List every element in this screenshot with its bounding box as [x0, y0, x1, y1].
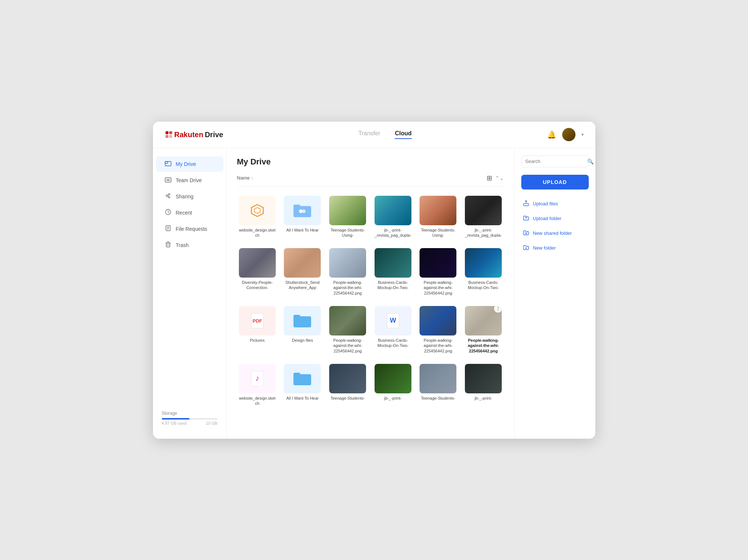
logo-rakuten-text: Rakuten: [174, 131, 203, 139]
svg-line-12: [168, 195, 168, 195]
file-item-f11[interactable]: People-walking-against-the-whi-225456442…: [418, 245, 459, 299]
file-name-f15: People-walking-against-the-whi-225456442…: [329, 338, 366, 354]
avatar[interactable]: [562, 128, 575, 141]
svg-marker-24: [251, 205, 263, 216]
svg-text:PDF: PDF: [253, 318, 262, 324]
sidebar-item-file-requests[interactable]: File Requests: [156, 221, 223, 237]
file-name-f6: jb-_-print-_revista_pag_dupla-: [465, 227, 502, 238]
file-name-f11: People-walking-against-the-whi-225456442…: [420, 280, 456, 296]
file-thumb-f15: [329, 306, 366, 335]
file-name-f21: Teenage-Students-: [331, 396, 365, 401]
file-item-f17[interactable]: People-walking-against-the-whi-225456442…: [418, 303, 459, 356]
sidebar-item-my-drive[interactable]: My Drive: [156, 156, 223, 172]
svg-line-13: [168, 196, 168, 196]
new-folder-icon: [523, 244, 529, 252]
upload-folder-option[interactable]: Upload folder: [521, 212, 589, 226]
new-folder-option[interactable]: New folder: [521, 241, 589, 255]
logo: Rakuten Drive: [165, 131, 223, 139]
file-item-f12[interactable]: Business-Cards-Mockup-On-Two-: [463, 245, 504, 299]
file-item-f6[interactable]: jb-_-print-_revista_pag_dupla-: [463, 193, 504, 241]
file-thumb-f22: [375, 364, 411, 393]
svg-point-10: [168, 194, 170, 195]
file-item-f23[interactable]: Teenage-Students-: [418, 361, 459, 409]
storage-label: Storage: [162, 411, 218, 416]
file-thumb-f4: [375, 196, 411, 225]
file-name-f5: Teenage-Students-Using-: [420, 227, 456, 238]
search-bar[interactable]: 🔍: [521, 156, 589, 167]
sidebar-item-trash[interactable]: Trash: [156, 237, 223, 253]
tab-cloud[interactable]: Cloud: [395, 130, 411, 139]
file-item-f20[interactable]: All I Want To Hear: [282, 361, 323, 409]
sort-arrow-icon: ↑: [251, 176, 253, 180]
right-panel: 🔍 UPLOAD Upload files Upload folder New: [514, 148, 595, 439]
file-name-f10: Business-Cards-Mockup-On-Two-: [375, 280, 411, 291]
file-item-f8[interactable]: Shutterstock_Send Anywhere_App: [282, 245, 323, 299]
file-name-f23: Teenage-Students-: [421, 396, 455, 401]
svg-rect-1: [169, 131, 172, 134]
storage-total: 10 GB: [206, 421, 217, 425]
file-item-f16[interactable]: W Business-Cards-Mockup-On-Two-: [372, 303, 413, 356]
file-name-f14: Design files: [292, 338, 313, 343]
sidebar-item-team-drive[interactable]: Team Drive: [156, 173, 223, 188]
sharing-icon: [165, 192, 171, 201]
sidebar-item-sharing[interactable]: Sharing: [156, 189, 223, 204]
file-name-f1: website_design.sketch: [239, 227, 276, 238]
upload-files-label: Upload files: [533, 201, 558, 206]
new-shared-folder-option[interactable]: New shared folder: [521, 226, 589, 240]
upload-button[interactable]: UPLOAD: [521, 175, 589, 189]
svg-point-7: [167, 179, 168, 181]
tab-transfer[interactable]: Transfer: [358, 130, 380, 139]
view-options-icon[interactable]: ⌃⌄: [495, 175, 504, 181]
file-item-f1[interactable]: website_design.sketch: [237, 193, 278, 241]
file-item-f19[interactable]: ♪ website_design.sketch: [237, 361, 278, 409]
file-item-f18[interactable]: ⋮ People-walking-against-the-whi-2254564…: [463, 303, 504, 356]
file-item-f13[interactable]: PDF Pictures: [237, 303, 278, 356]
file-grid: website_design.sketch All I Want To Hear…: [237, 193, 504, 409]
file-item-f3[interactable]: Teenage-Students-Using-: [327, 193, 368, 241]
file-thumb-f9: [329, 248, 366, 278]
file-item-f24[interactable]: jb-_-print-: [463, 361, 504, 409]
file-name-f16: Business-Cards-Mockup-On-Two-: [375, 338, 411, 348]
file-item-f14[interactable]: Design files: [282, 303, 323, 356]
svg-line-38: [525, 232, 525, 233]
header: Rakuten Drive Transfer Cloud 🔔 ▾: [153, 122, 595, 148]
sort-label: Name: [237, 175, 250, 181]
grid-view-icon[interactable]: ⊞: [487, 174, 492, 182]
view-controls: ⊞ ⌃⌄: [487, 174, 504, 182]
svg-point-9: [166, 195, 168, 196]
file-item-f7[interactable]: Diversity-People-Connection-: [237, 245, 278, 299]
file-thumb-f7: [239, 248, 276, 278]
logo-drive-text: Drive: [205, 131, 223, 139]
svg-text:♪: ♪: [255, 373, 259, 383]
svg-rect-5: [165, 161, 168, 163]
svg-point-37: [525, 233, 526, 234]
file-name-f20: All I Want To Hear: [286, 396, 319, 401]
upload-folder-label: Upload folder: [533, 216, 561, 221]
notification-bell-icon[interactable]: 🔔: [547, 130, 556, 139]
sort-by-name[interactable]: Name ↑: [237, 175, 253, 181]
page-title: My Drive: [237, 157, 504, 167]
svg-rect-0: [166, 131, 168, 134]
file-item-f4[interactable]: jb-_-print-_revista_pag_dupla-: [372, 193, 413, 241]
file-thumb-f14: [284, 306, 321, 335]
file-item-f21[interactable]: Teenage-Students-: [327, 361, 368, 409]
file-item-f5[interactable]: Teenage-Students-Using-: [418, 193, 459, 241]
file-item-f22[interactable]: jb-_-print-: [372, 361, 413, 409]
storage-bar: [162, 418, 218, 420]
account-chevron-icon[interactable]: ▾: [581, 132, 584, 137]
file-item-f10[interactable]: Business-Cards-Mockup-On-Two-: [372, 245, 413, 299]
file-thumb-f11: [420, 248, 456, 278]
file-item-f2[interactable]: All I Want To Hear: [282, 193, 323, 241]
file-name-f9: People-walking-against-the-whi-225456442…: [329, 280, 366, 296]
sidebar-item-recent[interactable]: Recent: [156, 205, 223, 220]
file-item-f9[interactable]: People-walking-against-the-whi-225456442…: [327, 245, 368, 299]
logo-icon: [165, 131, 173, 139]
search-input[interactable]: [525, 159, 587, 164]
file-item-f15[interactable]: People-walking-against-the-whi-225456442…: [327, 303, 368, 356]
file-thumb-f1: [239, 196, 276, 225]
sidebar: My Drive Team Drive Sharing: [153, 148, 227, 439]
file-name-f3: Teenage-Students-Using-: [329, 227, 366, 238]
upload-files-option[interactable]: Upload files: [521, 197, 589, 211]
storage-used: 4.97 GB used: [162, 421, 187, 425]
svg-text:W: W: [390, 317, 396, 324]
